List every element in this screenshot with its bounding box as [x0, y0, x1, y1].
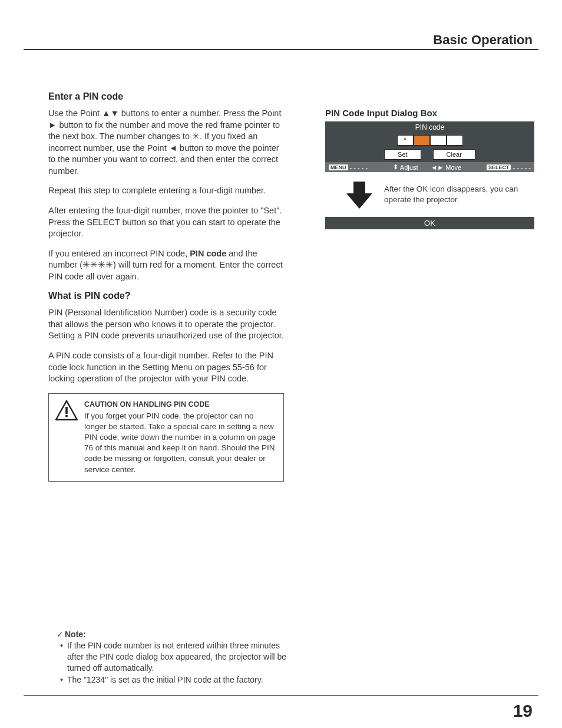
warning-icon — [55, 400, 78, 475]
para-pin-consists: A PIN code consists of a four-digit numb… — [48, 350, 284, 385]
section-title: Basic Operation — [433, 32, 533, 48]
note-item-1: If the PIN code number is not entered wi… — [57, 640, 289, 674]
page-number: 19 — [513, 701, 533, 721]
dialog-box-title: PIN Code Input Dialog Box — [325, 108, 534, 118]
note-block: ✓Note: If the PIN code number is not ent… — [57, 630, 289, 686]
note-heading: Note: — [65, 630, 86, 639]
set-button[interactable]: Set — [384, 149, 421, 160]
heading-enter-pin: Enter a PIN code — [48, 91, 284, 102]
footer-rule — [24, 695, 538, 696]
para-incorrect: If you entered an incorrect PIN code, PI… — [48, 248, 284, 283]
pin-fields-row: * — [325, 133, 534, 149]
note-item-2: The "1234" is set as the initial PIN cod… — [57, 674, 289, 686]
right-column: PIN Code Input Dialog Box PIN code * Set… — [325, 108, 534, 229]
para-repeat: Repeat this step to complete entering a … — [48, 185, 284, 197]
pin-dialog: PIN code * Set Clear MENU- - - - - ⬍ Adj… — [325, 121, 534, 229]
para-after-entering: After entering the four-digit number, mo… — [48, 205, 284, 240]
svg-rect-1 — [65, 415, 68, 417]
caution-title: CAUTION ON HANDLING PIN CODE — [84, 400, 276, 410]
select-label: SELECT — [487, 164, 511, 170]
left-column: Enter a PIN code Use the Point ▲▼ button… — [48, 91, 284, 482]
ok-bar: OK — [325, 217, 534, 229]
pin-digit-1[interactable]: * — [397, 135, 414, 146]
para-instructions-1: Use the Point ▲▼ buttons to enter a numb… — [48, 108, 284, 177]
caution-box: CAUTION ON HANDLING PIN CODE If you forg… — [48, 393, 284, 482]
clear-button[interactable]: Clear — [433, 149, 475, 160]
caution-text: CAUTION ON HANDLING PIN CODE If you forg… — [84, 400, 276, 475]
menu-label: MENU — [329, 164, 348, 170]
header-rule — [24, 49, 538, 50]
dialog-header: PIN code — [325, 121, 534, 133]
caution-body: If you forget your PIN code, the project… — [84, 411, 276, 474]
heading-what-is-pin: What is PIN code? — [48, 291, 284, 301]
pin-digit-3[interactable] — [430, 135, 447, 146]
arrow-row: After the OK icon disappears, you can op… — [325, 172, 534, 217]
pin-digit-2[interactable] — [414, 135, 430, 146]
check-icon: ✓ — [57, 630, 64, 639]
down-arrow-icon — [343, 178, 376, 211]
svg-rect-0 — [65, 407, 68, 414]
pin-digit-4[interactable] — [447, 135, 463, 146]
dialog-buttons-row: Set Clear — [325, 149, 534, 162]
dialog-hint-bar: MENU- - - - - ⬍ Adjust ◄► Move SELECT- -… — [325, 162, 534, 172]
after-ok-text: After the OK icon disappears, you can op… — [384, 184, 534, 205]
para-pin-desc: PIN (Personal Identification Number) cod… — [48, 307, 284, 342]
